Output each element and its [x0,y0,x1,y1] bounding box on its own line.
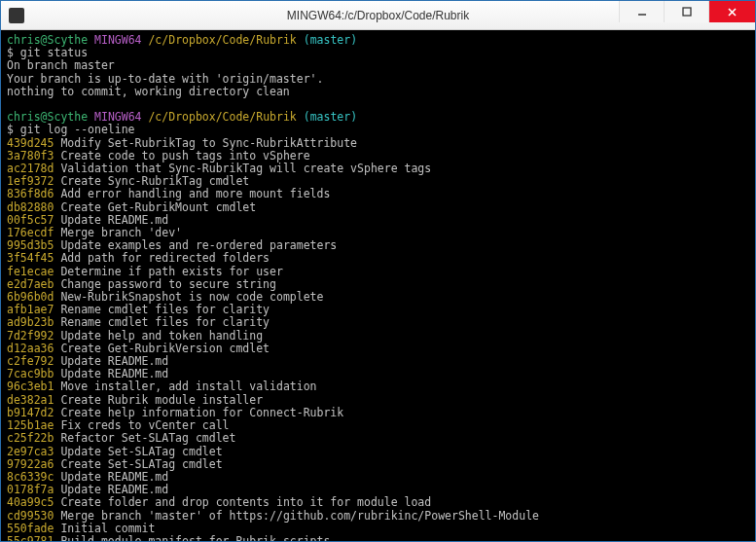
commit-hash: 6b96b0d [7,290,54,304]
commit-message: Create Rubrik module installer [60,393,263,407]
commit-message: Update Set-SLATag cmdlet [60,445,222,458]
commit-message: Create Get-RubrikMount cmdlet [60,200,256,214]
commit-message: Rename cmdlet files for clarity [60,315,270,329]
commit-message: Refactor Set-SLATag cmdlet [60,431,235,445]
commit-message: Create Sync-RubrikTag cmdlet [60,174,249,188]
commit-message: Update README.md [60,483,168,496]
commit-hash: de382a1 [7,393,54,407]
commit-message: Update README.md [60,470,168,484]
commit-message: Merge branch 'dev' [60,226,182,239]
commit-message: Add path for redirected folders [60,251,270,265]
output-line: On branch master [7,59,749,72]
commit-message: Create Set-SLATag cmdlet [60,457,222,471]
commit-hash: 7cac9bb [7,367,54,380]
commit-hash: 55c9781 [7,534,54,541]
commit-message: Change password to secure string [60,277,276,291]
commit-hash: 439d245 [7,136,54,150]
commit-message: Merge branch 'master' of https://github.… [60,509,539,523]
app-icon [9,8,24,23]
commit-hash: 3a780f3 [7,149,54,163]
commit-hash: db82880 [7,200,54,214]
prompt-host: MINGW64 [94,110,141,124]
close-button[interactable] [708,1,755,22]
commit-hash: 2e97ca3 [7,445,54,458]
commit-message: New-RubrikSnapshot is now code complete [60,290,323,304]
commit-hash: 1ef9372 [7,174,54,188]
commit-hash: afb1ae7 [7,303,54,316]
commit-hash: e2d7aeb [7,277,54,291]
close-icon [727,7,738,18]
commit-message: Update README.md [60,213,168,227]
commit-message: Validation that Sync-RubrikTag will crea… [60,162,431,175]
prompt-host: MINGW64 [94,33,141,47]
commit-message: Update README.md [60,367,168,380]
window-controls [619,1,755,29]
svg-rect-1 [683,8,691,16]
maximize-button[interactable] [664,1,708,22]
commit-message: Add error handling and more mount fields [60,187,330,200]
commit-message: Update README.md [60,354,168,368]
maximize-icon [682,7,692,17]
commit-hash: 40a99c5 [7,495,54,509]
output-line: nothing to commit, working directory cle… [7,86,749,98]
command-line: $ git status [7,47,749,59]
output-line: Your branch is up-to-date with 'origin/m… [7,73,749,86]
commit-hash: 995d3b5 [7,238,54,252]
commit-message: Create code to push tags into vSphere [60,149,309,163]
commit-hash: 3f54f45 [7,251,54,265]
commit-message: Create help information for Connect-Rubr… [60,406,343,419]
commit-message: Move installer, add install validation [60,379,316,393]
commit-message: Update examples and re-ordered parameter… [60,238,337,252]
prompt-user: chris@Scythe [7,110,88,124]
commit-hash: 125b1ae [7,418,54,432]
commit-message: Create Get-RubrikVersion cmdlet [60,342,270,355]
commit-hash: 0178f7a [7,483,54,496]
terminal-output[interactable]: chris@Scythe MINGW64 /c/Dropbox/Code/Rub… [1,30,755,541]
prompt-branch: (master) [304,33,357,47]
minimize-button[interactable] [619,1,664,22]
commit-message: Determine if path exists for user [60,265,282,278]
commit-hash: c2fe792 [7,354,54,368]
commit-hash: 96c3eb1 [7,379,54,393]
prompt-path: /c/Dropbox/Code/Rubrik [148,110,296,124]
commit-message: Fix creds to vCenter call [60,418,229,432]
commit-hash: c25f22b [7,431,54,445]
commit-hash: 550fade [7,522,54,535]
titlebar[interactable]: MINGW64:/c/Dropbox/Code/Rubrik [1,1,755,30]
minimize-icon [637,7,647,17]
commit-hash: d12aa36 [7,342,54,355]
commit-hash: 97922a6 [7,457,54,471]
commit-message: Create folder and drop contents into it … [60,495,431,509]
prompt-branch: (master) [304,110,357,124]
commit-hash: fe1ecae [7,265,54,278]
commit-message: Modify Set-RubrikTag to Sync-RubrikAttri… [60,136,357,150]
commit-hash: cd99530 [7,509,54,523]
prompt-user: chris@Scythe [7,33,88,47]
commit-message: Build module manifest for Rubrik scripts [60,534,330,541]
commit-hash: ac2178d [7,162,54,175]
commit-hash: 00f5c57 [7,213,54,227]
commit-line: 55c9781 Build module manifest for Rubrik… [7,535,749,541]
commit-hash: 8c6339c [7,470,54,484]
commit-hash: 176ecdf [7,226,54,239]
prompt-line: chris@Scythe MINGW64 /c/Dropbox/Code/Rub… [7,34,749,47]
commit-hash: ad9b23b [7,315,54,329]
commit-hash: b9147d2 [7,406,54,419]
prompt-path: /c/Dropbox/Code/Rubrik [148,33,296,47]
commit-hash: 836f8d6 [7,187,54,200]
commit-hash: 7d2f992 [7,329,54,343]
commit-message: Rename cmdlet files for clarity [60,303,270,316]
commit-message: Initial commit [60,522,155,535]
commit-message: Update help and token handling [60,329,263,343]
window-frame: MINGW64:/c/Dropbox/Code/Rubrik chris@Scy… [0,0,756,542]
